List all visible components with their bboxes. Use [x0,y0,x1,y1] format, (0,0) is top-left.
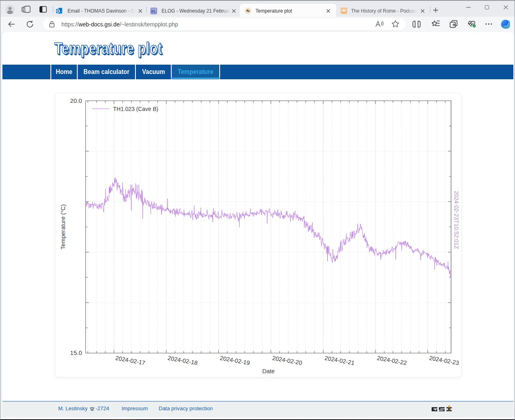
svg-text:2024-02-18: 2024-02-18 [167,355,198,366]
svg-text:2024-02-22: 2024-02-22 [376,355,407,366]
svg-text:2024-02-21: 2024-02-21 [324,355,355,366]
svg-text:Date: Date [262,368,275,374]
svg-text:2024-02-19: 2024-02-19 [220,355,251,366]
svg-text:20.0: 20.0 [70,97,82,104]
svg-text:2024-02-23: 2024-02-23 [429,355,460,366]
svg-text:TH1.023 (Cave B): TH1.023 (Cave B) [113,106,158,112]
svg-text:15.0: 15.0 [70,349,82,356]
svg-text:2024-02-17: 2024-02-17 [115,355,146,366]
svg-text:Temperature (°C): Temperature (°C) [60,204,66,249]
svg-text:2024-02-20: 2024-02-20 [272,355,303,366]
svg-text:2024-02-23T10:52:01Z: 2024-02-23T10:52:01Z [453,191,460,249]
